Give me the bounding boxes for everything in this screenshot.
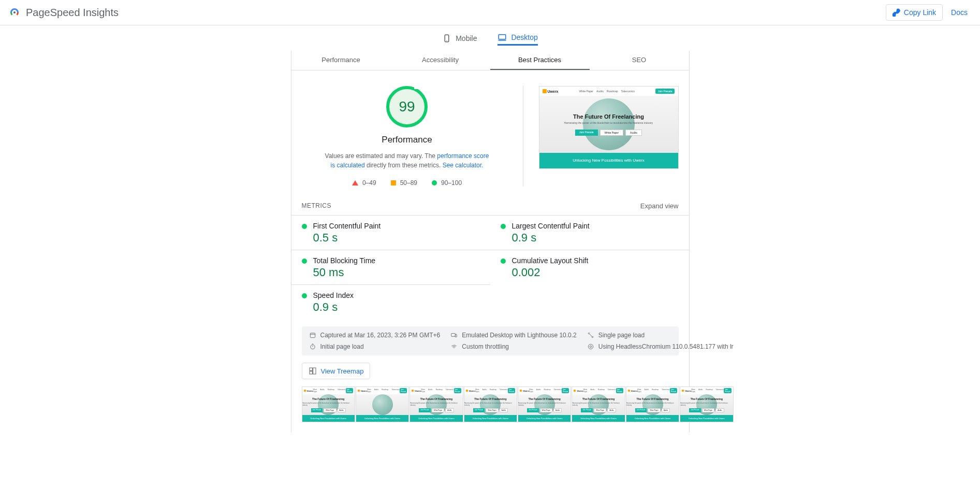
svg-rect-17 <box>310 368 312 370</box>
see-calculator-link[interactable]: See calculator. <box>443 162 484 169</box>
treemap-icon <box>309 367 317 375</box>
svg-rect-18 <box>313 368 315 374</box>
network-icon <box>587 332 594 339</box>
svg-point-15 <box>588 344 593 349</box>
gauge-label: Performance <box>382 135 432 145</box>
copy-link-button[interactable]: Copy Link <box>886 4 943 21</box>
filmstrip-frame[interactable]: Uwerx White PaperAuditsRoadmapTokenomics… <box>626 387 679 422</box>
device-tabs: Mobile Desktop <box>0 25 980 51</box>
legend-bad: 0–49 <box>352 179 376 187</box>
env-captured: Captured at Mar 16, 2023, 3:26 PM GMT+6 <box>309 332 441 339</box>
score-legend: 0–49 50–89 90–100 <box>352 179 462 187</box>
filmstrip-frame[interactable]: Uwerx White PaperAuditsRoadmapTokenomics… <box>302 387 355 422</box>
svg-point-0 <box>13 11 16 13</box>
cat-best-practices[interactable]: Best Practices <box>490 51 590 70</box>
status-dot-icon <box>501 224 506 229</box>
page-screenshot: Uwerx White PaperAuditsRoadmapTokenomics… <box>539 86 679 169</box>
metrics-grid: First Contentful Paint0.5 s Largest Cont… <box>291 215 689 319</box>
svg-point-9 <box>588 333 589 334</box>
score-screenshot-col: Uwerx White PaperAuditsRoadmapTokenomics… <box>539 86 679 187</box>
wifi-icon <box>450 343 458 350</box>
tab-desktop-label: Desktop <box>511 33 537 41</box>
calendar-icon <box>309 332 316 339</box>
svg-rect-19 <box>310 371 312 374</box>
score-section: 99 Performance Values are estimated and … <box>291 70 689 192</box>
legend-mid: 50–89 <box>391 179 417 187</box>
metrics-title: METRICS <box>302 202 332 210</box>
tab-mobile-label: Mobile <box>456 34 477 42</box>
svg-rect-5 <box>310 333 315 338</box>
filmstrip-frame[interactable]: Uwerx White PaperAuditsRoadmapTokenomics… <box>464 387 517 422</box>
filmstrip-frame[interactable]: Uwerx White PaperAuditsRoadmapTokenomics… <box>356 387 409 422</box>
triangle-icon <box>352 180 358 185</box>
metric-fcp: First Contentful Paint0.5 s <box>291 215 490 250</box>
tab-mobile[interactable]: Mobile <box>442 33 477 46</box>
status-dot-icon <box>302 259 307 264</box>
svg-rect-7 <box>451 334 456 337</box>
stopwatch-icon <box>309 343 316 350</box>
filmstrip-frame[interactable]: Uwerx White PaperAuditsRoadmapTokenomics… <box>572 387 625 422</box>
env-emulated: Emulated Desktop with Lighthouse 10.0.2 <box>450 332 576 339</box>
mobile-icon <box>442 34 451 43</box>
category-tabs: Performance Accessibility Best Practices… <box>291 51 689 70</box>
environment-block: Captured at Mar 16, 2023, 3:26 PM GMT+6 … <box>302 326 679 355</box>
link-icon <box>893 8 901 17</box>
main-content: Performance Accessibility Best Practices… <box>291 51 690 433</box>
cat-seo[interactable]: SEO <box>590 51 689 70</box>
app-header: PageSpeed Insights Copy Link Docs <box>0 0 980 25</box>
tab-desktop[interactable]: Desktop <box>498 33 537 46</box>
status-dot-icon <box>302 293 307 298</box>
env-load-type: Single page load <box>587 332 734 339</box>
gauge-score: 99 <box>399 98 415 115</box>
metric-lcp: Largest Contentful Paint0.9 s <box>490 215 689 250</box>
filmstrip-frame[interactable]: Uwerx White PaperAuditsRoadmapTokenomics… <box>518 387 571 422</box>
header-left: PageSpeed Insights <box>8 6 119 19</box>
copy-link-label: Copy Link <box>904 8 936 17</box>
cat-performance[interactable]: Performance <box>291 51 391 70</box>
metric-si: Speed Index0.9 s <box>291 284 490 319</box>
env-throttling: Custom throttling <box>450 343 576 350</box>
header-right: Copy Link Docs <box>886 4 972 21</box>
score-gauge: 99 <box>386 86 428 127</box>
treemap-row: View Treemap <box>291 355 689 379</box>
status-dot-icon <box>501 259 506 264</box>
svg-rect-3 <box>499 35 506 39</box>
filmstrip-frame[interactable]: Uwerx White PaperAuditsRoadmapTokenomics… <box>680 387 733 422</box>
metrics-header: METRICS Expand view <box>291 192 689 215</box>
view-treemap-button[interactable]: View Treemap <box>302 363 371 379</box>
gauge-description: Values are estimated and may vary. The p… <box>324 151 490 170</box>
env-browser: Using HeadlessChromium 110.0.5481.177 wi… <box>587 343 734 350</box>
docs-link[interactable]: Docs <box>951 8 968 17</box>
square-icon <box>391 180 396 185</box>
cat-accessibility[interactable]: Accessibility <box>391 51 490 70</box>
env-initial: Initial page load <box>309 343 441 350</box>
svg-point-16 <box>590 346 592 348</box>
filmstrip: Uwerx White PaperAuditsRoadmapTokenomics… <box>291 379 689 433</box>
svg-line-11 <box>589 334 592 337</box>
score-gauge-col: 99 Performance Values are estimated and … <box>302 86 523 187</box>
legend-good: 90–100 <box>432 179 462 187</box>
devices-icon <box>450 332 458 339</box>
svg-point-10 <box>592 336 593 337</box>
metric-tbt: Total Blocking Time50 ms <box>291 250 490 284</box>
view-treemap-label: View Treemap <box>321 367 364 375</box>
svg-point-12 <box>310 345 314 349</box>
app-title: PageSpeed Insights <box>26 7 119 19</box>
metric-cls: Cumulative Layout Shift0.002 <box>490 250 689 284</box>
svg-point-2 <box>446 40 447 41</box>
chrome-icon <box>587 343 594 350</box>
pagespeed-logo-icon <box>8 6 21 19</box>
filmstrip-frame[interactable]: Uwerx White PaperAuditsRoadmapTokenomics… <box>409 387 463 422</box>
circle-icon <box>432 180 437 185</box>
expand-view-link[interactable]: Expand view <box>640 202 679 210</box>
svg-rect-8 <box>456 334 457 337</box>
status-dot-icon <box>302 224 307 229</box>
desktop-icon <box>498 33 507 42</box>
